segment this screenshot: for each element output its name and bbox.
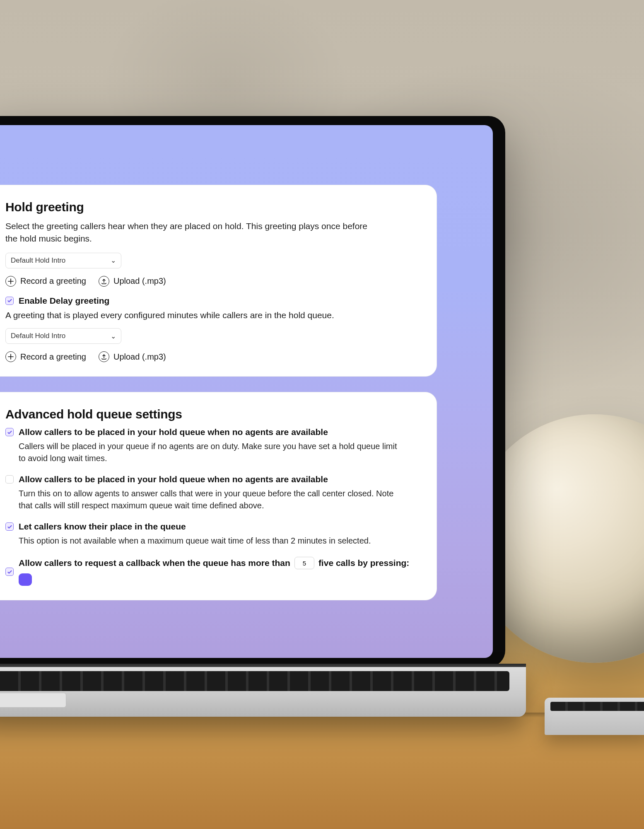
allow-hold-no-agents-sub: Callers will be placed in your queue if … (19, 440, 400, 464)
advanced-settings-card: Advanced hold queue settings Allow calle… (0, 392, 437, 600)
delay-greeting-select-value: Default Hold Intro (11, 332, 65, 340)
allow-hold-no-agents-checkbox[interactable] (5, 428, 14, 436)
queue-place-row: Let callers know their place in the queu… (5, 522, 415, 532)
callback-key-chip[interactable] (19, 573, 32, 586)
allow-hold-no-agents-label: Allow callers to be placed in your hold … (19, 427, 328, 437)
allow-hold-after-close-sub: Turn this on to allow agents to answer c… (19, 488, 400, 512)
plus-icon (5, 351, 16, 362)
hold-greeting-actions: Record a greeting Upload (.mp3) (5, 276, 415, 287)
callback-request-checkbox[interactable] (5, 568, 14, 576)
delay-greeting-select[interactable]: Default Hold Intro ⌄ (5, 328, 121, 344)
hold-greeting-select-value: Default Hold Intro (11, 256, 65, 265)
allow-hold-after-close-row: Allow callers to be placed in your hold … (5, 474, 415, 484)
hold-greeting-select[interactable]: Default Hold Intro ⌄ (5, 253, 121, 268)
record-greeting-label-2: Record a greeting (20, 352, 86, 362)
queue-place-label: Let callers know their place in the queu… (19, 522, 186, 532)
record-greeting-button-2[interactable]: Record a greeting (5, 351, 86, 362)
advanced-settings-title: Advanced hold queue settings (5, 407, 415, 421)
callback-request-label-post: five calls by pressing: (318, 558, 409, 568)
upload-mp3-button-2[interactable]: Upload (.mp3) (99, 351, 166, 362)
hold-greeting-title: Hold greeting (5, 200, 415, 214)
queue-place-sub: This option is not available when a maxi… (19, 535, 400, 547)
laptop-keyboard-deck (0, 667, 526, 717)
hold-greeting-description: Select the greeting callers hear when th… (5, 220, 378, 245)
upload-icon (99, 276, 109, 287)
queue-place-checkbox[interactable] (5, 522, 14, 531)
allow-hold-after-close-label: Allow callers to be placed in your hold … (19, 474, 328, 484)
upload-icon (99, 351, 109, 362)
record-greeting-label: Record a greeting (20, 276, 86, 286)
trackpad (0, 693, 66, 708)
record-greeting-button[interactable]: Record a greeting (5, 276, 86, 287)
laptop-screen: Hold greeting Select the greeting caller… (0, 125, 493, 658)
callback-request-label-pre: Allow callers to request a callback when… (19, 558, 290, 568)
allow-hold-no-agents-row: Allow callers to be placed in your hold … (5, 427, 415, 437)
upload-mp3-label: Upload (.mp3) (113, 276, 166, 286)
enable-delay-greeting-row: Enable Delay greeting (5, 296, 415, 306)
laptop: Hold greeting Select the greeting caller… (0, 116, 518, 737)
plus-icon (5, 276, 16, 287)
callback-threshold-input[interactable] (294, 557, 314, 569)
chevron-down-icon: ⌄ (111, 332, 116, 340)
secondary-device (545, 698, 644, 735)
delay-greeting-actions: Record a greeting Upload (.mp3) (5, 351, 415, 362)
hold-greeting-card: Hold greeting Select the greeting caller… (0, 185, 437, 377)
enable-delay-greeting-label: Enable Delay greeting (19, 296, 109, 306)
delay-greeting-description: A greeting that is played every configur… (5, 309, 378, 321)
keyboard-keys (0, 671, 509, 691)
allow-hold-after-close-checkbox[interactable] (5, 475, 14, 483)
callback-request-inline: Allow callers to request a callback when… (19, 557, 415, 586)
upload-mp3-label-2: Upload (.mp3) (113, 352, 166, 362)
callback-request-row: Allow callers to request a callback when… (5, 557, 415, 586)
upload-mp3-button[interactable]: Upload (.mp3) (99, 276, 166, 287)
chevron-down-icon: ⌄ (111, 256, 116, 264)
enable-delay-greeting-checkbox[interactable] (5, 297, 14, 305)
